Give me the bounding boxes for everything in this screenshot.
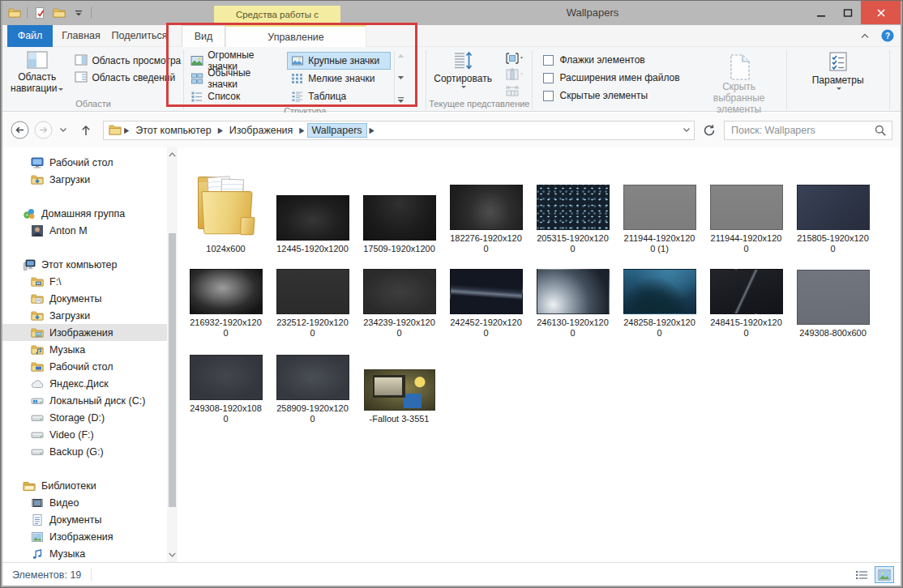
checkbox-row-2[interactable]: Расширения имен файлов	[543, 72, 679, 83]
address-bar[interactable]: ▶Этот компьютер▶Изображения▶Wallpapers▶	[103, 121, 695, 140]
scrollbar-down-icon[interactable]	[167, 549, 178, 560]
recent-locations-icon[interactable]	[58, 125, 69, 136]
group-by-icon[interactable]	[505, 52, 523, 65]
file-tile[interactable]: 211944-1920x1200	[703, 159, 790, 254]
collapse-ribbon-icon[interactable]	[858, 29, 871, 42]
breadcrumb-3[interactable]: Wallpapers	[307, 123, 367, 138]
file-tile[interactable]: 234239-1920x1200	[356, 264, 443, 339]
sidebar-item-12[interactable]: Яндекс.Диск	[1, 375, 178, 392]
search-icon[interactable]	[874, 124, 887, 137]
file-tile[interactable]: 12445-1920x1200	[269, 169, 356, 254]
sidebar-scrollbar[interactable]	[167, 147, 178, 562]
address-dropdown-icon[interactable]	[683, 127, 691, 133]
sidebar-item-16[interactable]: Backup (G:)	[1, 443, 178, 460]
close-button[interactable]	[861, 1, 901, 24]
qat-customize-icon[interactable]	[71, 6, 86, 20]
search-box[interactable]: Поиск: Wallpapers	[724, 121, 892, 140]
sidebar-item-20[interactable]: Изображения	[1, 528, 178, 545]
properties-icon[interactable]	[32, 6, 47, 20]
file-tile[interactable]: 249308-800x600	[790, 275, 876, 339]
file-tile[interactable]: 232512-1920x1200	[269, 264, 356, 339]
options-button[interactable]: Параметры	[807, 49, 869, 93]
preview-pane-button[interactable]: Область просмотра	[75, 53, 181, 68]
sidebar-item-10[interactable]: Музыка	[1, 341, 178, 358]
view-option-2[interactable]: Крупные значки	[287, 52, 391, 70]
sort-button[interactable]: Сортировать	[429, 49, 497, 92]
scrollbar-up-icon[interactable]	[167, 149, 178, 160]
file-tile[interactable]: 248415-1920x1200	[703, 264, 790, 339]
drive-icon	[31, 445, 44, 458]
file-tile[interactable]: 258909-1920x1200	[269, 350, 356, 424]
help-icon[interactable]: ?	[881, 29, 894, 42]
sidebar-item-21[interactable]: Музыка	[1, 545, 178, 562]
sidebar-item-7[interactable]: Документы	[1, 290, 178, 307]
new-folder-icon[interactable]	[52, 6, 66, 20]
file-tile[interactable]: 17509-1920x1200	[356, 169, 443, 254]
view-option-6[interactable]: Таблица	[287, 87, 391, 105]
tab-view[interactable]: Вид	[182, 25, 225, 47]
preview-pane-icon	[75, 54, 88, 67]
sidebar-item-1[interactable]: Рабочий стол	[1, 154, 178, 171]
tab-file[interactable]: Файл	[7, 25, 53, 47]
file-thumbnail-wrap	[276, 264, 349, 314]
sidebar-item-4[interactable]: Anton M	[1, 222, 178, 239]
tab-home[interactable]: Главная	[56, 25, 106, 47]
sidebar-item-19[interactable]: Документы	[1, 511, 178, 528]
checkbox-row-1[interactable]: Флажки элементов	[543, 54, 679, 66]
sidebar-item-14[interactable]: Storage (D:)	[1, 409, 178, 426]
file-tile[interactable]: 211944-1920x1200 (1)	[616, 159, 703, 254]
file-tile[interactable]: 246130-1920x1200	[529, 264, 616, 339]
sidebar-item-9[interactable]: Изображения	[1, 324, 178, 341]
layout-scroll-arrows[interactable]	[394, 52, 407, 105]
sidebar-item-18[interactable]: Видео	[1, 494, 178, 511]
checkbox-icon[interactable]	[543, 55, 554, 66]
file-tile[interactable]: 248258-1920x1200	[616, 264, 703, 339]
sidebar-item-6[interactable]: F:\	[1, 273, 178, 290]
hide-selected-button: Скрыть выбранные элементы	[695, 50, 784, 118]
details-pane-button[interactable]: Область сведений	[75, 70, 181, 85]
group-label-current-view: Текущее представление	[429, 98, 529, 111]
sidebar-item-11[interactable]: Рабочий стол	[1, 358, 178, 375]
navigation-pane-button[interactable]: Область навигации	[6, 49, 68, 96]
file-tile[interactable]: 249308-1920x1080	[182, 350, 269, 424]
file-tile[interactable]: -Fallout 3-3551	[356, 360, 443, 424]
sidebar-item-2[interactable]: Загрузки	[1, 171, 178, 188]
file-tile[interactable]: 242452-1920x1200	[443, 264, 529, 339]
breadcrumb-2[interactable]: Изображения	[225, 123, 297, 138]
tab-manage[interactable]: Управление	[225, 25, 366, 47]
thumbnails-view-button[interactable]	[875, 566, 894, 583]
refresh-button[interactable]	[700, 121, 719, 140]
up-button[interactable]	[77, 121, 95, 139]
file-name: 258909-1920x1200	[276, 403, 349, 424]
checkbox-icon[interactable]	[543, 73, 554, 83]
sidebar-item-13[interactable]: Локальный диск (C:)	[1, 392, 178, 409]
maximize-button[interactable]	[834, 1, 861, 24]
file-tile[interactable]: 215805-1920x1200	[790, 159, 876, 254]
scrollbar-thumb[interactable]	[169, 233, 176, 507]
tab-share[interactable]: Поделиться	[109, 25, 169, 47]
checkbox-icon[interactable]	[543, 91, 554, 101]
file-thumbnail	[276, 269, 349, 314]
sidebar-item-15[interactable]: Video (F:)	[1, 426, 178, 443]
back-button[interactable]	[11, 121, 29, 139]
forward-button[interactable]	[34, 121, 53, 139]
view-option-4[interactable]: Мелкие значки	[287, 70, 391, 87]
sidebar-item-5[interactable]: Этот компьютер	[1, 256, 178, 273]
explorer-icon[interactable]	[7, 6, 22, 20]
sidebar-item-17[interactable]: Библиотеки	[1, 477, 178, 494]
sidebar-item-8[interactable]: Загрузки	[1, 307, 178, 324]
details-view-button[interactable]	[852, 566, 871, 583]
file-tile[interactable]: 1024x600	[182, 169, 269, 254]
view-option-3[interactable]: Обычные значки	[186, 70, 285, 87]
sidebar-item-3[interactable]: Домашняя группа	[1, 205, 178, 222]
file-tile[interactable]: 216932-1920x1200	[182, 264, 269, 339]
file-name: 211944-1920x1200	[711, 233, 782, 254]
view-option-5[interactable]: Список	[186, 87, 285, 105]
contextual-tab-header[interactable]: Средства работы с рисунками	[214, 6, 340, 25]
minimize-button[interactable]	[807, 1, 834, 24]
file-tile[interactable]: 205315-1920x1200	[529, 159, 616, 254]
breadcrumb-1[interactable]: Этот компьютер	[131, 123, 215, 138]
checkbox-row-3[interactable]: Скрытые элементы	[543, 90, 679, 101]
sort-icon	[452, 51, 473, 70]
file-tile[interactable]: 182276-1920x1200	[443, 159, 529, 254]
